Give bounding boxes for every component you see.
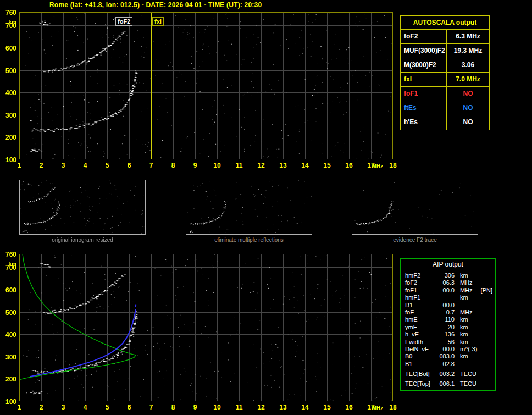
aip-param-value: 083.0 <box>435 353 455 360</box>
aip-param-name: DelN_vE <box>401 346 435 353</box>
aip-param-unit: MHz <box>460 287 473 294</box>
autoscala-param-value: 19.3 MHz <box>447 44 489 58</box>
aip-param-name: D1 <box>401 302 435 309</box>
axis-tick-label: 10 <box>212 403 222 411</box>
aip-separator <box>401 369 495 369</box>
aip-param-name: foF1 <box>401 287 435 294</box>
axis-tick-label: 300 <box>2 112 16 119</box>
autoscala-param-value: 7.0 MHz <box>447 73 489 86</box>
axis-tick-label: 6 <box>124 162 134 169</box>
aip-param-name: foF2 <box>401 279 435 286</box>
aip-param-name: hmF2 <box>401 272 435 279</box>
autoscala-param-label: foF1 <box>401 87 447 101</box>
axis-tick-label: 15 <box>322 162 332 169</box>
aip-param-value: 06.3 <box>435 279 455 286</box>
autoscala-row: foF26.3 MHz <box>401 30 489 44</box>
aip-param-unit: km <box>460 324 468 331</box>
aip-row: ymE20km <box>401 324 495 331</box>
aip-param-value: --- <box>435 294 455 301</box>
processed-ionogram-panel-3 <box>352 180 478 235</box>
aip-row: hmF2306km <box>401 272 495 279</box>
axis-tick-label: 9 <box>190 403 200 411</box>
axis-tick-label: 4 <box>80 403 90 411</box>
aip-param-unit: TECU <box>460 370 476 378</box>
aip-param-unit: MHz <box>460 309 473 316</box>
aip-table-body: hmF2306kmfoF206.3MHzfoF100.0MHz[PN]hmF1-… <box>401 272 495 388</box>
aip-table-header: AIP output <box>401 259 495 270</box>
fof2-marker-label: foF2 <box>115 17 132 26</box>
aip-param-name: TEC[Top] <box>401 380 435 388</box>
autoscala-row: h'EsNO <box>401 115 489 130</box>
aip-param-name: Ewidth <box>401 339 435 346</box>
aip-param-name: ymE <box>401 324 435 331</box>
axis-tick-label: 760 <box>2 9 16 16</box>
aip-param-value: 00.0 <box>435 346 455 353</box>
autoscala-row: ftEsNO <box>401 101 489 115</box>
aip-row: DelN_vE00.0m^(-3) <box>401 346 495 353</box>
autoscala-param-label: fxI <box>401 73 447 86</box>
aip-param-value: 00.0 <box>435 302 455 309</box>
axis-tick-label: 3 <box>58 162 68 169</box>
aip-param-unit: km <box>460 353 468 360</box>
axis-tick-label: 7 <box>146 403 156 411</box>
axis-unit-label: km <box>2 19 16 25</box>
aip-row: foE0.7MHz <box>401 309 495 316</box>
autoscala-param-label: foF2 <box>401 30 447 43</box>
ionogram-main-canvas <box>19 12 393 159</box>
autoscala-row: M(3000)F23.06 <box>401 58 489 73</box>
axis-tick-label: 760 <box>2 251 16 258</box>
aip-param-name: TEC[Bot] <box>401 370 435 378</box>
axis-tick-label: 11 <box>234 162 244 169</box>
aip-param-unit: km <box>460 339 468 346</box>
processed-ionogram-panel-2 <box>186 180 312 235</box>
fxi-marker-label: fxI <box>152 17 164 26</box>
axis-tick-label: 400 <box>2 331 16 339</box>
axis-tick-label: 16 <box>344 162 354 169</box>
axis-unit-label: MHz <box>361 405 383 411</box>
axis-tick-label: 6 <box>124 403 134 411</box>
aip-param-value: 306 <box>435 272 455 279</box>
station-datetime-title: Rome (lat: +41.8, lon: 012.5) - DATE: 20… <box>49 1 262 9</box>
aip-param-value: 003.2 <box>435 370 455 378</box>
aip-param-value: 006.1 <box>435 380 455 388</box>
aip-row: hmE110km <box>401 316 495 323</box>
aip-param-value: 0.7 <box>435 309 455 316</box>
aip-param-name: h_vE <box>401 331 435 338</box>
axis-tick-label: 1 <box>14 162 24 169</box>
axis-tick-label: 400 <box>2 89 16 97</box>
aip-param-value: 110 <box>435 316 455 323</box>
aip-param-note: [PN] <box>481 287 495 294</box>
profile-plot <box>19 254 393 401</box>
aip-param-unit: km <box>460 272 468 279</box>
processed-ionogram-panel-1 <box>19 180 146 235</box>
axis-tick-label: 13 <box>278 403 288 411</box>
aip-param-unit: km <box>460 316 468 323</box>
axis-tick-label: 15 <box>322 403 332 411</box>
axis-tick-label: 2 <box>36 403 46 411</box>
axis-tick-label: 5 <box>102 162 112 169</box>
autoscala-table-body: foF26.3 MHzMUF(3000)F219.3 MHzM(3000)F23… <box>401 30 489 130</box>
axis-unit-label: km <box>2 261 16 267</box>
aip-param-name: B1 <box>401 361 435 368</box>
axis-tick-label: 3 <box>58 403 68 411</box>
axis-tick-label: 8 <box>168 162 178 169</box>
aip-row: B102.8 <box>401 361 495 368</box>
autoscala-table-header: AUTOSCALA output <box>401 16 489 30</box>
panel-caption: evidence F2 trace <box>352 237 478 243</box>
axis-tick-label: 14 <box>300 162 310 169</box>
aip-row: TEC[Bot]003.2TECU <box>401 370 495 378</box>
axis-tick-label: 200 <box>2 375 16 383</box>
aip-param-name: hmE <box>401 316 435 323</box>
axis-tick-label: 5 <box>102 403 112 411</box>
aip-row: foF206.3MHz <box>401 279 495 286</box>
aip-row: Ewidth56km <box>401 339 495 346</box>
aip-row: hmF1---km <box>401 294 495 301</box>
ionogram-main-plot: foF2 fxI <box>19 12 393 159</box>
axis-tick-label: 500 <box>2 309 16 317</box>
aip-row: TEC[Top]006.1TECU <box>401 380 495 388</box>
autoscala-row: foF1NO <box>401 87 489 101</box>
aip-param-value: 136 <box>435 331 455 338</box>
aip-param-name: B0 <box>401 353 435 360</box>
axis-tick-label: 18 <box>388 403 398 411</box>
axis-tick-label: 16 <box>344 403 354 411</box>
